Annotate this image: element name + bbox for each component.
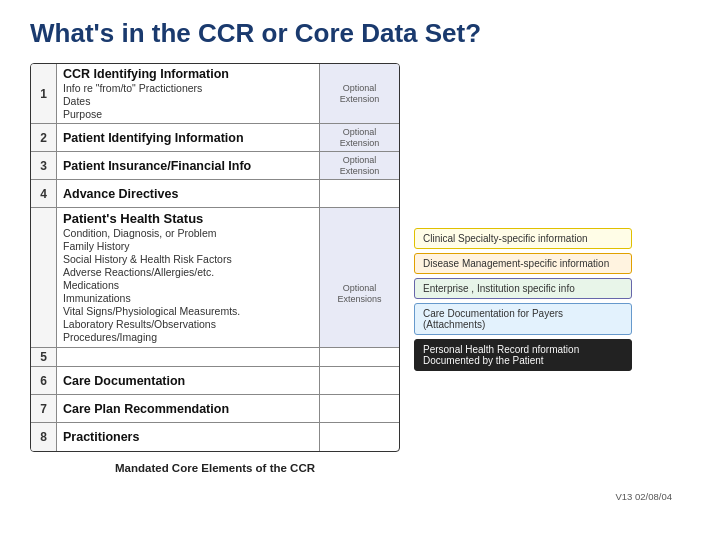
row-tag: OptionalExtension	[319, 152, 399, 179]
enterprise-box: Enterprise , Institution specific info	[414, 278, 632, 299]
table-row: 5	[31, 348, 399, 367]
table-row: 1 CCR Identifying Information Info re "f…	[31, 64, 399, 124]
row-sub: Purpose	[63, 108, 313, 120]
row-label: Care Documentation	[63, 374, 313, 388]
row-content: CCR Identifying Information Info re "fro…	[57, 64, 319, 123]
personal-box: Personal Health Record nformation Docume…	[414, 339, 632, 371]
row-sub: Immunizations	[63, 292, 313, 304]
table-row: 4 Advance Directives	[31, 180, 399, 208]
mandated-label: Mandated Core Elements of the CCR	[115, 462, 315, 474]
clinical-label: Clinical Specialty-specific information	[423, 233, 588, 244]
table-row: 6 Care Documentation	[31, 367, 399, 395]
row-label: Practitioners	[63, 430, 313, 444]
row-tag	[319, 348, 399, 366]
row-label: Advance Directives	[63, 187, 313, 201]
row-content: Advance Directives	[57, 180, 319, 207]
row-sub: Social History & Health Risk Factors	[63, 253, 313, 265]
row-content: Practitioners	[57, 423, 319, 451]
row-tag	[319, 180, 399, 207]
tag-label: OptionalExtension	[340, 155, 380, 177]
row-label: Patient's Health Status	[63, 211, 313, 226]
row-content	[57, 348, 319, 366]
row-number: 4	[31, 180, 57, 207]
row-number: 6	[31, 367, 57, 394]
row-content: Patient Insurance/Financial Info	[57, 152, 319, 179]
row-sub: Dates	[63, 95, 313, 107]
row-content: Care Documentation	[57, 367, 319, 394]
row-sub: Adverse Reactions/Allergies/etc.	[63, 266, 313, 278]
left-section: 1 CCR Identifying Information Info re "f…	[30, 63, 400, 476]
row-label: CCR Identifying Information	[63, 67, 313, 81]
row-sub: Family History	[63, 240, 313, 252]
clinical-box: Clinical Specialty-specific information	[414, 228, 632, 249]
row-number: 1	[31, 64, 57, 123]
row-number	[31, 208, 57, 347]
disease-box: Disease Management-specific information	[414, 253, 632, 274]
table-row: 7 Care Plan Recommendation	[31, 395, 399, 423]
row-label: Patient Identifying Information	[63, 131, 313, 145]
slide-title: What's in the CCR or Core Data Set?	[30, 18, 690, 49]
tag-label: OptionalExtensions	[337, 283, 381, 305]
row-tag: OptionalExtension	[319, 64, 399, 123]
personal-label: Personal Health Record nformation Docume…	[423, 344, 579, 366]
row-tag	[319, 395, 399, 422]
row-sub: Info re "from/to" Practictioners	[63, 82, 313, 94]
right-panel: Clinical Specialty-specific information …	[414, 228, 632, 371]
table-row: 2 Patient Identifying Information Option…	[31, 124, 399, 152]
row-tag	[319, 367, 399, 394]
row-label: Patient Insurance/Financial Info	[63, 159, 313, 173]
disease-label: Disease Management-specific information	[423, 258, 609, 269]
table-row: 3 Patient Insurance/Financial Info Optio…	[31, 152, 399, 180]
row-number: 8	[31, 423, 57, 451]
ccr-table: 1 CCR Identifying Information Info re "f…	[30, 63, 400, 452]
row-number: 2	[31, 124, 57, 151]
row-number: 3	[31, 152, 57, 179]
table-row: 8 Practitioners	[31, 423, 399, 451]
care-doc-box: Care Documentation for Payers (Attachmen…	[414, 303, 632, 335]
row-content: Patient's Health Status Condition, Diagn…	[57, 208, 319, 347]
row-number: 7	[31, 395, 57, 422]
enterprise-label: Enterprise , Institution specific info	[423, 283, 575, 294]
version-label: V13 02/08/04	[615, 491, 672, 502]
row-sub: Vital Signs/Physiological Measuremts.	[63, 305, 313, 317]
row-sub: Laboratory Results/Observations	[63, 318, 313, 330]
row-sub: Medications	[63, 279, 313, 291]
row-label: Care Plan Recommendation	[63, 402, 313, 416]
tag-label: OptionalExtension	[340, 83, 380, 105]
row-tag	[319, 423, 399, 451]
row-content: Care Plan Recommendation	[57, 395, 319, 422]
tag-label: OptionalExtension	[340, 127, 380, 149]
care-doc-label: Care Documentation for Payers (Attachmen…	[423, 308, 563, 330]
row-content: Patient Identifying Information	[57, 124, 319, 151]
row-tag: OptionalExtension	[319, 124, 399, 151]
row-number: 5	[31, 348, 57, 366]
row-sub: Condition, Diagnosis, or Problem	[63, 227, 313, 239]
bottom-label: Mandated Core Elements of the CCR	[30, 458, 400, 476]
row-tag: OptionalExtensions	[319, 208, 399, 347]
row-sub: Procedures/Imaging	[63, 331, 313, 343]
slide: What's in the CCR or Core Data Set? 1 CC…	[0, 0, 720, 540]
content-area: 1 CCR Identifying Information Info re "f…	[30, 63, 690, 476]
table-row: Patient's Health Status Condition, Diagn…	[31, 208, 399, 348]
